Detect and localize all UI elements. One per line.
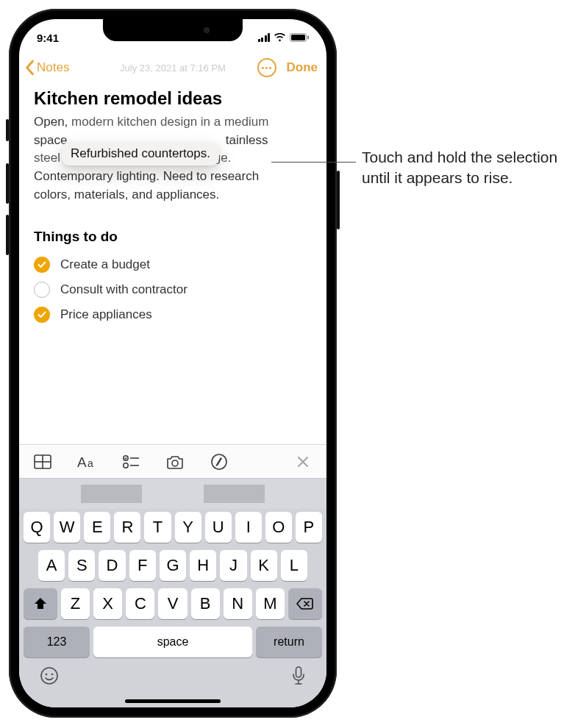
checkmark-circle-icon[interactable] — [34, 307, 50, 323]
svg-text:A: A — [77, 454, 87, 469]
note-editor[interactable]: Kitchen remodel ideas Open, modern kitch… — [19, 84, 326, 444]
key-j[interactable]: J — [220, 550, 246, 581]
notch — [103, 19, 243, 41]
key-x[interactable]: X — [93, 588, 122, 619]
format-toolbar: Aa — [19, 444, 326, 478]
space-key[interactable]: space — [93, 627, 252, 657]
wifi-icon — [274, 33, 286, 42]
empty-circle-icon[interactable] — [34, 282, 50, 298]
cellular-icon — [258, 33, 271, 42]
checklist-item[interactable]: Create a budget — [34, 252, 312, 277]
svg-rect-17 — [296, 667, 301, 677]
key-f[interactable]: F — [129, 550, 156, 581]
key-l[interactable]: L — [281, 550, 307, 581]
note-title[interactable]: Kitchen remodel ideas — [34, 88, 312, 109]
svg-point-10 — [124, 463, 128, 467]
home-indicator[interactable] — [125, 699, 221, 703]
checklist: Create a budgetConsult with contractorPr… — [34, 252, 312, 327]
checklist-label: Create a budget — [60, 257, 150, 272]
markup-icon[interactable] — [209, 452, 229, 472]
return-key[interactable]: return — [256, 627, 322, 657]
key-r[interactable]: R — [114, 512, 140, 543]
checklist-label: Consult with contractor — [60, 282, 188, 297]
key-w[interactable]: W — [54, 512, 80, 543]
key-m[interactable]: M — [256, 588, 285, 619]
suggestion-bar[interactable] — [19, 478, 326, 509]
volume-up-button — [6, 163, 9, 204]
svg-rect-1 — [291, 35, 305, 40]
svg-point-12 — [172, 460, 178, 466]
key-k[interactable]: K — [251, 550, 277, 581]
camera-icon[interactable] — [165, 452, 185, 472]
table-icon[interactable] — [32, 452, 53, 472]
key-z[interactable]: Z — [61, 588, 90, 619]
key-c[interactable]: C — [126, 588, 154, 619]
checkmark-circle-icon[interactable] — [34, 257, 50, 273]
svg-text:a: a — [88, 457, 93, 469]
iphone-frame: 9:41 Notes July 23, 2021 at 7:16 PM Done… — [9, 9, 337, 718]
key-g[interactable]: G — [160, 550, 186, 581]
checklist-item[interactable]: Price appliances — [34, 302, 312, 327]
shift-key[interactable] — [24, 588, 57, 619]
keyboard: QWERTYUIOP ASDFGHJKL ZXCVBNM 123 space r… — [19, 478, 326, 707]
status-time: 9:41 — [37, 32, 59, 44]
done-button[interactable]: Done — [287, 60, 318, 75]
numbers-key[interactable]: 123 — [24, 627, 90, 657]
key-d[interactable]: D — [99, 550, 125, 581]
key-s[interactable]: S — [68, 550, 95, 581]
key-p[interactable]: P — [296, 512, 322, 543]
key-n[interactable]: N — [224, 588, 252, 619]
key-b[interactable]: B — [191, 588, 220, 619]
key-q[interactable]: Q — [24, 512, 50, 543]
chevron-left-icon — [24, 60, 35, 76]
section-heading[interactable]: Things to do — [34, 229, 312, 245]
back-button[interactable]: Notes — [24, 60, 69, 76]
nav-bar: Notes July 23, 2021 at 7:16 PM Done — [19, 51, 326, 84]
svg-point-14 — [41, 668, 57, 684]
battery-icon — [290, 33, 309, 42]
checklist-icon[interactable] — [121, 452, 141, 472]
key-u[interactable]: U — [205, 512, 232, 543]
key-a[interactable]: A — [38, 550, 65, 581]
key-y[interactable]: Y — [175, 512, 201, 543]
emoji-key[interactable] — [40, 666, 59, 688]
svg-point-15 — [46, 674, 48, 676]
key-o[interactable]: O — [265, 512, 292, 543]
dragged-selection[interactable]: Refurbished countertops. — [62, 142, 219, 165]
key-e[interactable]: E — [84, 512, 110, 543]
back-label: Notes — [37, 60, 69, 75]
callout-text: Touch and hold the selection until it ap… — [362, 147, 560, 189]
dictation-key[interactable] — [291, 666, 306, 688]
key-i[interactable]: I — [235, 512, 262, 543]
backspace-key[interactable] — [288, 588, 322, 619]
key-h[interactable]: H — [190, 550, 216, 581]
screen: 9:41 Notes July 23, 2021 at 7:16 PM Done… — [19, 19, 326, 707]
checklist-item[interactable]: Consult with contractor — [34, 277, 312, 302]
key-t[interactable]: T — [144, 512, 171, 543]
power-button — [337, 171, 340, 229]
svg-rect-2 — [307, 36, 309, 40]
svg-point-16 — [51, 674, 54, 676]
close-toolbar-icon[interactable] — [293, 452, 313, 472]
checklist-label: Price appliances — [60, 307, 152, 322]
text-format-icon[interactable]: Aa — [76, 452, 97, 472]
mute-switch — [6, 119, 9, 141]
more-button[interactable] — [257, 58, 276, 77]
volume-down-button — [6, 215, 9, 255]
key-v[interactable]: V — [158, 588, 187, 619]
callout-leader — [271, 162, 356, 163]
